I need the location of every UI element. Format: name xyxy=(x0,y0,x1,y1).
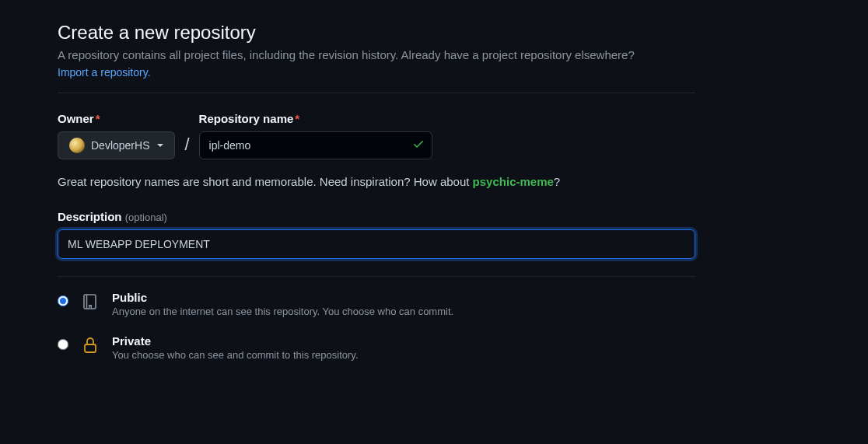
repo-name-label: Repository name* xyxy=(199,112,432,125)
name-suggestion-link[interactable]: psychic-meme xyxy=(473,175,554,188)
avatar xyxy=(69,138,85,153)
svg-rect-2 xyxy=(85,344,96,352)
description-label: Description (optional) xyxy=(58,210,695,223)
visibility-private-radio[interactable] xyxy=(58,339,68,350)
visibility-public-hint: Anyone on the internet can see this repo… xyxy=(112,306,453,317)
description-input[interactable] xyxy=(58,229,695,259)
required-asterisk: * xyxy=(295,112,299,125)
visibility-public-radio[interactable] xyxy=(58,295,68,306)
repo-name-input[interactable] xyxy=(199,131,432,159)
visibility-private-hint: You choose who can see and commit to thi… xyxy=(112,349,359,361)
slash-separator: / xyxy=(184,135,189,159)
check-icon xyxy=(412,138,425,153)
visibility-public-title: Public xyxy=(112,291,453,304)
repo-icon xyxy=(79,291,101,311)
name-hint: Great repository names are short and mem… xyxy=(58,175,695,188)
caret-down-icon xyxy=(157,144,163,147)
owner-username: DevloperHS xyxy=(91,139,149,152)
visibility-private-title: Private xyxy=(112,334,359,348)
divider xyxy=(58,93,695,93)
import-repo-link[interactable]: Import a repository. xyxy=(58,66,151,79)
page-subhead: A repository contains all project files,… xyxy=(58,47,695,65)
page-title: Create a new repository xyxy=(58,22,695,44)
required-asterisk: * xyxy=(96,112,100,125)
owner-select-button[interactable]: DevloperHS xyxy=(58,131,175,159)
owner-label: Owner* xyxy=(58,112,175,125)
divider xyxy=(58,276,695,277)
lock-icon xyxy=(79,334,101,355)
